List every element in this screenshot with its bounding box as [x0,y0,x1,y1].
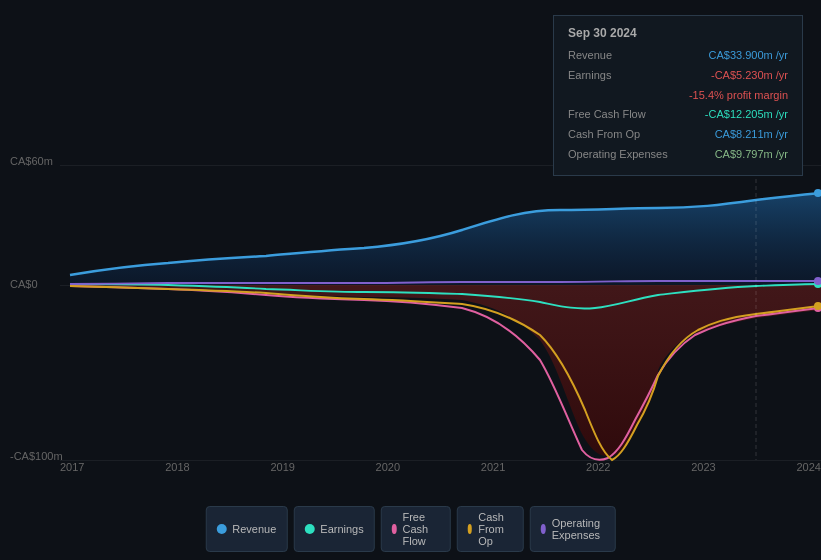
negative-area [70,285,821,456]
tooltip-row-cashop: Cash From Op CA$8.211m /yr [568,125,788,145]
tooltip-value-opex: CA$9.797m /yr [715,145,788,165]
x-label-2021: 2021 [481,461,505,473]
tooltip-value-earnings: -CA$5.230m /yr [711,66,788,86]
y-label-mid: CA$0 [10,278,38,290]
y-label-top: CA$60m [10,155,53,167]
x-label-2018: 2018 [165,461,189,473]
tooltip-row-revenue: Revenue CA$33.900m /yr [568,46,788,66]
tooltip-label-fcf: Free Cash Flow [568,105,646,125]
legend-dot-fcf [392,524,397,534]
tooltip-label-opex: Operating Expenses [568,145,668,165]
legend-label-opex: Operating Expenses [552,517,605,541]
x-label-2024: 2024 [796,461,820,473]
legend-label-earnings: Earnings [320,523,363,535]
x-label-2019: 2019 [270,461,294,473]
tooltip-row-opex: Operating Expenses CA$9.797m /yr [568,145,788,165]
legend-revenue[interactable]: Revenue [205,506,287,552]
y-label-bot: -CA$100m [10,450,63,462]
legend-dot-cashop [467,524,472,534]
legend-opex[interactable]: Operating Expenses [529,506,615,552]
tooltip-row-earnings: Earnings -CA$5.230m /yr [568,66,788,86]
legend-label-revenue: Revenue [232,523,276,535]
legend-label-cashop: Cash From Op [478,511,512,547]
x-label-2020: 2020 [376,461,400,473]
legend-fcf[interactable]: Free Cash Flow [381,506,451,552]
x-axis-labels: 2017 2018 2019 2020 2021 2022 2023 2024 [60,461,821,473]
tooltip-value-fcf: -CA$12.205m /yr [705,105,788,125]
legend-dot-earnings [304,524,314,534]
tooltip-value-margin: -15.4% profit margin [689,86,788,106]
tooltip-label-revenue: Revenue [568,46,612,66]
legend-dot-opex [540,524,545,534]
legend-dot-revenue [216,524,226,534]
tooltip-label-cashop: Cash From Op [568,125,640,145]
x-label-2017: 2017 [60,461,84,473]
legend-label-fcf: Free Cash Flow [402,511,439,547]
tooltip-row-margin: -15.4% profit margin [568,86,788,106]
data-tooltip: Sep 30 2024 Revenue CA$33.900m /yr Earni… [553,15,803,176]
x-label-2023: 2023 [691,461,715,473]
tooltip-row-fcf: Free Cash Flow -CA$12.205m /yr [568,105,788,125]
chart-legend: Revenue Earnings Free Cash Flow Cash Fro… [205,500,616,560]
tooltip-label-earnings: Earnings [568,66,611,86]
tooltip-value-revenue: CA$33.900m /yr [709,46,788,66]
legend-cashop[interactable]: Cash From Op [456,506,523,552]
legend-earnings[interactable]: Earnings [293,506,374,552]
tooltip-value-cashop: CA$8.211m /yr [715,125,788,145]
tooltip-date: Sep 30 2024 [568,26,788,40]
x-label-2022: 2022 [586,461,610,473]
